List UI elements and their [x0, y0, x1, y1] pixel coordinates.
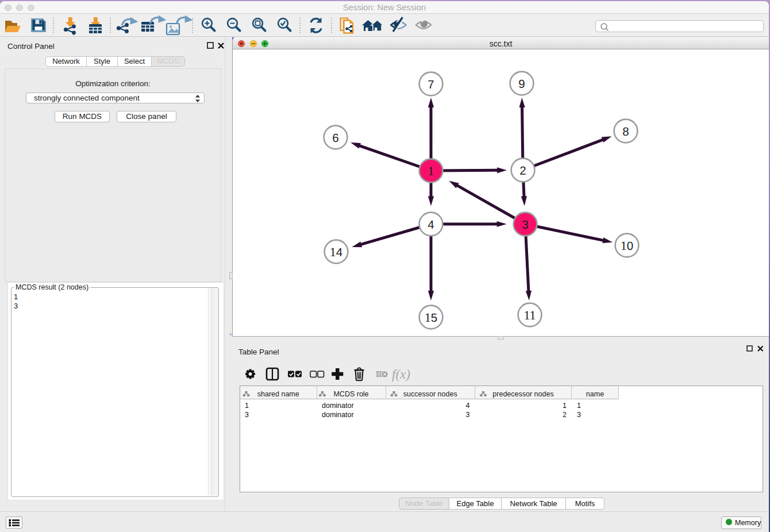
svg-text:8: 8	[622, 125, 629, 138]
svg-text:3: 3	[522, 218, 528, 232]
svg-text:f(x): f(x)	[392, 367, 410, 381]
svg-text:10: 10	[621, 238, 633, 253]
svg-text:9: 9	[518, 78, 525, 91]
svg-text:6: 6	[332, 132, 338, 145]
svg-text:2: 2	[519, 164, 526, 178]
svg-text:15: 15	[425, 310, 437, 325]
svg-text:1: 1	[428, 164, 434, 178]
svg-text:4: 4	[428, 218, 434, 232]
svg-text:7: 7	[428, 78, 434, 91]
svg-text:14: 14	[330, 245, 342, 259]
svg-text:11: 11	[523, 308, 536, 322]
